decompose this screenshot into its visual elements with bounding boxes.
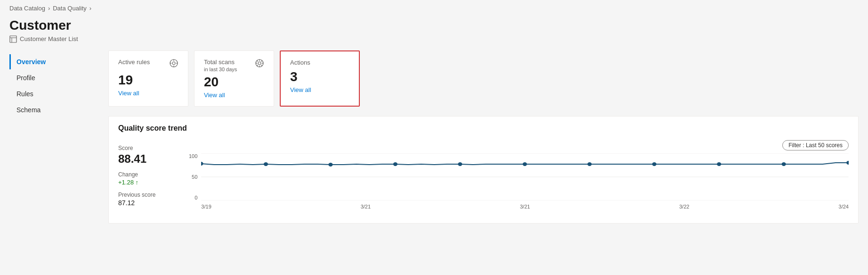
change-label: Change (118, 171, 179, 178)
nav-item-overview[interactable]: Overview (9, 54, 104, 69)
y-label-50: 50 (189, 174, 197, 180)
nav-item-rules[interactable]: Rules (9, 86, 104, 101)
subtitle-text: Customer Master List (20, 35, 78, 42)
x-label-1: 3/21 (361, 204, 371, 209)
actions-title: Actions (290, 59, 310, 66)
svg-point-28 (588, 162, 592, 166)
trend-line-chart (201, 153, 849, 200)
active-rules-title-group: Active rules (118, 58, 150, 67)
main-content: Overview Profile Rules Schema Active rul… (0, 50, 868, 224)
y-label-0: 0 (189, 195, 197, 200)
breadcrumb-separator-1: › (48, 5, 50, 12)
svg-point-32 (846, 161, 849, 165)
actions-view-all-link[interactable]: View all (290, 86, 311, 93)
svg-line-15 (257, 60, 258, 61)
svg-point-26 (458, 162, 462, 166)
actions-card: Actions 3 View all (280, 50, 360, 107)
prev-score-label: Previous score (118, 192, 179, 198)
svg-point-10 (258, 62, 261, 65)
table-icon (9, 35, 17, 43)
total-scans-card: Total scans in last 30 days (194, 50, 274, 107)
prev-score-value: 87.12 (118, 199, 179, 207)
svg-point-4 (172, 62, 175, 65)
breadcrumb-data-quality[interactable]: Data Quality (53, 5, 87, 12)
total-scans-subtitle: in last 30 days (204, 67, 237, 72)
total-scans-value: 20 (204, 75, 264, 90)
card-header-total-scans: Total scans in last 30 days (204, 58, 264, 72)
breadcrumb-data-catalog[interactable]: Data Catalog (9, 5, 45, 12)
svg-line-17 (257, 65, 258, 66)
chart-area: Score 88.41 Change +1.28 ↑ Previous scor… (118, 140, 849, 216)
active-rules-value: 19 (118, 73, 178, 88)
card-header-actions: Actions (290, 59, 349, 67)
svg-point-31 (782, 162, 786, 166)
card-header-active-rules: Active rules (118, 58, 178, 70)
total-scans-title-group: Total scans in last 30 days (204, 58, 237, 72)
actions-value: 3 (290, 70, 349, 84)
breadcrumb-separator-2: › (89, 5, 91, 12)
total-scans-view-all-link[interactable]: View all (204, 92, 225, 99)
x-label-0: 3/19 (201, 204, 211, 209)
y-label-100: 100 (189, 153, 197, 159)
svg-line-18 (261, 60, 262, 61)
chart-graph: Filter : Last 50 scores 100 50 0 (189, 140, 849, 216)
rules-icon (169, 58, 178, 70)
svg-point-22 (201, 162, 203, 166)
x-label-2: 3/21 (520, 204, 530, 209)
nav-item-schema[interactable]: Schema (9, 102, 104, 117)
svg-point-24 (329, 163, 333, 167)
svg-point-30 (717, 162, 721, 166)
svg-point-27 (523, 162, 527, 166)
filter-button[interactable]: Filter : Last 50 scores (782, 140, 849, 150)
breadcrumb: Data Catalog › Data Quality › (0, 0, 868, 14)
active-rules-title: Active rules (118, 58, 150, 66)
active-rules-view-all-link[interactable]: View all (118, 90, 139, 97)
chart-stats: Score 88.41 Change +1.28 ↑ Previous scor… (118, 140, 179, 216)
score-label: Score (118, 145, 179, 151)
page-header: Customer Customer Master List (0, 14, 868, 50)
chart-section: Quality score trend Score 88.41 Change +… (108, 116, 859, 224)
x-label-4: 3/24 (839, 204, 849, 209)
scans-icon (255, 58, 264, 70)
total-scans-title: Total scans (204, 58, 237, 66)
active-rules-card: Active rules (108, 50, 188, 107)
svg-point-23 (264, 162, 268, 166)
content-area: Active rules (104, 50, 859, 224)
chart-title: Quality score trend (118, 124, 849, 133)
svg-point-25 (393, 162, 397, 166)
cards-row: Active rules (108, 50, 859, 107)
page-container: Data Catalog › Data Quality › Customer C… (0, 0, 868, 275)
page-title: Customer (9, 17, 859, 33)
nav-item-profile[interactable]: Profile (9, 70, 104, 85)
change-value: +1.28 ↑ (118, 179, 179, 186)
left-nav: Overview Profile Rules Schema (9, 50, 104, 224)
svg-point-29 (652, 162, 657, 166)
page-subtitle: Customer Master List (9, 35, 859, 43)
x-label-3: 3/22 (679, 204, 689, 209)
score-value: 88.41 (118, 152, 179, 166)
svg-line-16 (261, 65, 262, 66)
svg-rect-0 (10, 36, 16, 42)
